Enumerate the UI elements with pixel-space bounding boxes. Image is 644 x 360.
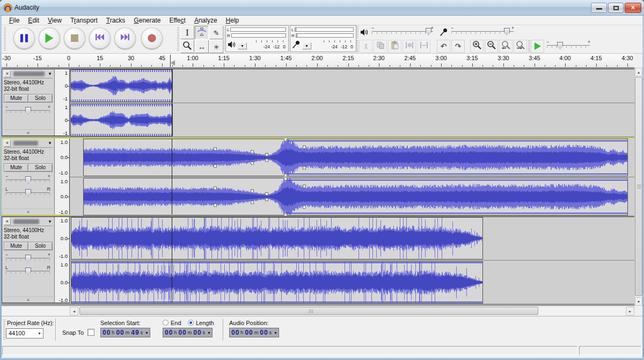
- menu-help[interactable]: Help: [222, 16, 244, 25]
- snap-to-checkbox[interactable]: [87, 329, 94, 336]
- menu-transport[interactable]: Transport: [66, 16, 102, 25]
- toolbar-grip[interactable]: [4, 27, 6, 51]
- close-button[interactable]: ×: [625, 3, 641, 13]
- mute-button[interactable]: Mute: [4, 95, 28, 102]
- fit-project-button[interactable]: [514, 40, 527, 53]
- playback-speed-slider[interactable]: −+: [547, 41, 590, 51]
- waveform-lane[interactable]: [69, 139, 634, 214]
- mute-button[interactable]: Mute: [4, 164, 28, 171]
- gain-slider[interactable]: −+: [6, 175, 50, 185]
- selection-tool-button[interactable]: I: [180, 26, 194, 39]
- track-menu-icon[interactable]: ▼: [48, 71, 52, 76]
- selection-start-field[interactable]: 00h00m49s▼: [100, 328, 150, 337]
- mute-button[interactable]: Mute: [4, 242, 28, 250]
- solo-button[interactable]: Solo: [28, 164, 52, 171]
- waveform-canvas-track2-ch1[interactable]: [70, 139, 634, 176]
- skip-to-start-button[interactable]: [89, 27, 111, 49]
- menu-edit[interactable]: Edit: [24, 16, 43, 25]
- zoom-in-button[interactable]: [470, 40, 484, 53]
- scroll-left-button[interactable]: ◄: [70, 307, 78, 315]
- zoom-tool-button[interactable]: [180, 40, 194, 53]
- track-menu-icon[interactable]: ▼: [48, 141, 52, 146]
- slider-thumb[interactable]: [25, 107, 31, 114]
- length-radio[interactable]: [188, 320, 194, 326]
- waveform-canvas-track2-ch2[interactable]: [70, 178, 634, 215]
- selection-length-field[interactable]: 00h00m00s▼: [163, 328, 213, 337]
- toolbar-grip[interactable]: [223, 27, 225, 51]
- vscroll-thumb[interactable]: [635, 77, 642, 296]
- menu-effect[interactable]: Effect: [165, 16, 189, 25]
- hscroll-thumb[interactable]: [79, 307, 538, 315]
- slider-thumb[interactable]: [504, 28, 510, 35]
- chevron-down-icon[interactable]: ▼: [145, 331, 149, 335]
- horizontal-scrollbar[interactable]: ◄►: [2, 306, 634, 315]
- toolbar-grip[interactable]: [356, 26, 358, 38]
- slider-thumb[interactable]: [25, 255, 31, 262]
- draw-tool-button[interactable]: ✎: [209, 26, 223, 39]
- project-rate-select[interactable]: 44100 ▼: [6, 328, 43, 339]
- gain-slider[interactable]: −+: [6, 254, 50, 263]
- collapse-track-button[interactable]: ▲: [4, 208, 53, 214]
- waveform-canvas-track1-ch2[interactable]: [70, 104, 634, 136]
- output-volume-slider[interactable]: −+: [372, 27, 433, 37]
- track-menu-icon[interactable]: ▼: [48, 219, 52, 224]
- play-button[interactable]: [39, 27, 60, 49]
- close-track-button[interactable]: ×: [4, 140, 11, 147]
- solo-button[interactable]: Solo: [28, 242, 52, 250]
- input-volume-slider[interactable]: −+: [451, 27, 514, 37]
- fit-selection-button[interactable]: [499, 40, 513, 53]
- title-bar[interactable]: Audacity ×: [0, 0, 644, 16]
- end-radio[interactable]: [163, 320, 169, 326]
- slider-thumb[interactable]: [25, 268, 31, 275]
- menu-analyze[interactable]: Analyze: [190, 16, 222, 25]
- zoom-out-button[interactable]: [485, 40, 498, 53]
- play-at-speed-button[interactable]: [531, 40, 544, 53]
- menu-generate[interactable]: Generate: [129, 16, 165, 25]
- gain-slider[interactable]: −+: [6, 106, 50, 116]
- chevron-down-icon[interactable]: ▼: [207, 331, 211, 335]
- undo-button[interactable]: ↶: [437, 40, 450, 53]
- record-button[interactable]: [141, 27, 163, 49]
- toolbar-grip[interactable]: [3, 320, 5, 340]
- audio-position-field[interactable]: 00h00m00s▼: [229, 328, 279, 337]
- copy-button[interactable]: [374, 40, 387, 53]
- waveform-lane[interactable]: [69, 69, 634, 135]
- maximize-button[interactable]: [608, 3, 624, 13]
- waveform-canvas-track1-ch1[interactable]: [70, 69, 634, 102]
- vertical-scrollbar[interactable]: ▲▼: [634, 68, 642, 306]
- waveform-canvas-track3-ch1[interactable]: [70, 217, 634, 260]
- skip-to-end-button[interactable]: [114, 27, 136, 49]
- pan-slider[interactable]: LR: [6, 267, 50, 276]
- scroll-right-button[interactable]: ►: [626, 307, 634, 315]
- menu-tracks[interactable]: Tracks: [102, 16, 130, 25]
- pause-button[interactable]: [13, 27, 35, 49]
- multi-tool-button[interactable]: ✳: [209, 40, 223, 53]
- envelope-tool-button[interactable]: [195, 26, 209, 39]
- menu-file[interactable]: File: [5, 16, 24, 25]
- cut-button[interactable]: ✂: [359, 40, 372, 53]
- minimize-button[interactable]: [591, 3, 607, 13]
- close-track-button[interactable]: ×: [4, 70, 11, 77]
- paste-button[interactable]: [388, 40, 401, 53]
- redo-button[interactable]: ↷: [451, 40, 465, 53]
- pan-slider[interactable]: LR: [6, 188, 50, 198]
- slider-thumb[interactable]: [25, 189, 31, 197]
- timeline-ruler[interactable]: -30-1501530451:001:151:301:452:002:152:3…: [2, 54, 634, 68]
- collapse-track-button[interactable]: ▲: [4, 129, 53, 135]
- toolbar-grip[interactable]: [356, 40, 358, 52]
- time-shift-tool-button[interactable]: ↔: [195, 40, 209, 53]
- waveform-canvas-track3-ch2[interactable]: [70, 261, 634, 304]
- solo-button[interactable]: Solo: [28, 95, 52, 102]
- scroll-up-button[interactable]: ▲: [635, 68, 642, 76]
- slider-thumb[interactable]: [426, 28, 431, 35]
- toolbar-grip[interactable]: [528, 40, 530, 52]
- waveform-lane[interactable]: [69, 217, 634, 303]
- close-track-button[interactable]: ×: [4, 218, 11, 225]
- silence-audio-button[interactable]: [417, 40, 430, 53]
- menu-view[interactable]: View: [43, 16, 66, 25]
- stop-button[interactable]: [64, 27, 85, 49]
- slider-thumb[interactable]: [25, 176, 31, 184]
- chevron-down-icon[interactable]: ▼: [274, 331, 277, 335]
- collapse-track-button[interactable]: ▲: [4, 297, 53, 302]
- slider-thumb[interactable]: [557, 42, 563, 49]
